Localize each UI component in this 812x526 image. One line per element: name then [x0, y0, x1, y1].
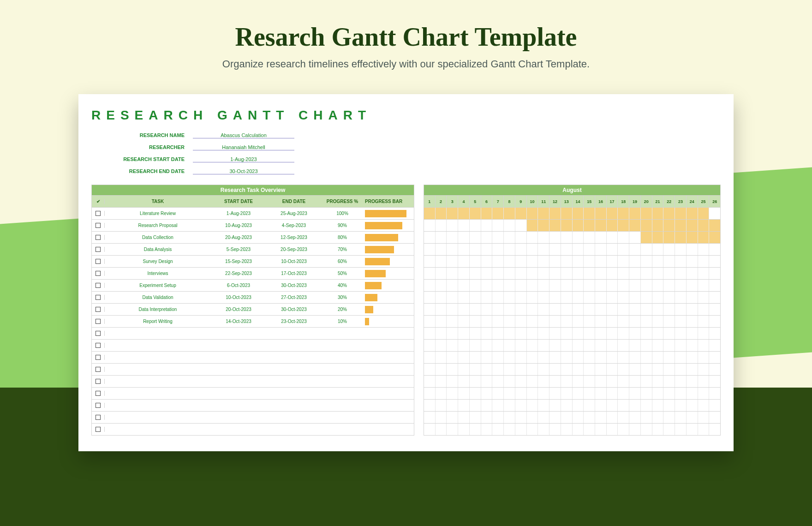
task-row[interactable]: Data Interpretation20-Oct-202330-Oct-202…: [92, 303, 414, 315]
task-checkbox[interactable]: [92, 415, 105, 420]
gantt-cell: [561, 316, 572, 327]
gantt-cell: [572, 304, 584, 315]
task-row[interactable]: [92, 387, 414, 399]
task-row[interactable]: Research Proposal10-Aug-20234-Sep-202390…: [92, 219, 414, 231]
gantt-cell: [469, 328, 481, 339]
gantt-cell: [606, 364, 618, 375]
gantt-cell: [469, 388, 481, 399]
task-row[interactable]: Data Collection20-Aug-202312-Sep-202380%: [92, 231, 414, 243]
gantt-cell: [458, 400, 469, 411]
task-checkbox[interactable]: [92, 259, 105, 264]
task-checkbox[interactable]: [92, 427, 105, 432]
task-row[interactable]: [92, 327, 414, 339]
gantt-cell: [686, 280, 698, 291]
task-row[interactable]: Data Analysis5-Sep-202320-Sep-202370%: [92, 243, 414, 255]
gantt-row: [424, 387, 720, 399]
task-checkbox[interactable]: [92, 235, 105, 240]
gantt-cell: [698, 412, 709, 423]
task-checkbox[interactable]: [92, 379, 105, 384]
gantt-cell: [572, 208, 584, 219]
task-row[interactable]: Experiment Setup6-Oct-202330-Oct-202340%: [92, 279, 414, 291]
task-row[interactable]: Report Writing14-Oct-202323-Oct-202310%: [92, 315, 414, 327]
task-row[interactable]: Survey Design15-Sep-202310-Oct-202360%: [92, 255, 414, 267]
meta-value-start[interactable]: 1-Aug-2023: [193, 156, 294, 162]
task-checkbox[interactable]: [92, 223, 105, 228]
gantt-cell: [526, 244, 538, 255]
task-start: 1-Aug-2023: [211, 211, 266, 216]
task-checkbox[interactable]: [92, 355, 105, 360]
task-row[interactable]: Literature Review1-Aug-202325-Aug-202310…: [92, 207, 414, 219]
gantt-cell: [537, 364, 549, 375]
task-start: 5-Sep-2023: [211, 247, 266, 252]
meta-value-researcher[interactable]: Hananaiah Mitchell: [193, 144, 294, 150]
gantt-cell: [526, 424, 538, 435]
gantt-cell: [698, 400, 709, 411]
gantt-cell: [481, 244, 492, 255]
gantt-cell: [652, 316, 663, 327]
gantt-cell: [640, 232, 652, 243]
meta-value-end[interactable]: 30-Oct-2023: [193, 168, 294, 174]
gantt-cell: [617, 328, 629, 339]
task-checkbox[interactable]: [92, 319, 105, 324]
gantt-cell: [435, 388, 447, 399]
task-checkbox[interactable]: [92, 331, 105, 336]
gantt-cell: [595, 280, 606, 291]
gantt-cell: [572, 352, 584, 363]
gantt-cell: [424, 232, 435, 243]
gantt-cell: [515, 388, 526, 399]
gantt-cell: [709, 268, 720, 279]
task-row[interactable]: [92, 375, 414, 387]
task-row[interactable]: [92, 423, 414, 435]
gantt-cell: [481, 424, 492, 435]
gantt-row: [424, 399, 720, 411]
task-checkbox[interactable]: [92, 247, 105, 252]
gantt-cell: [640, 292, 652, 303]
gantt-cell: [686, 400, 698, 411]
gantt-cell: [709, 340, 720, 351]
gantt-cell: [617, 376, 629, 387]
task-end: 25-Aug-2023: [266, 211, 322, 216]
gantt-cell: [503, 256, 515, 267]
gantt-cell: [663, 220, 675, 231]
task-checkbox[interactable]: [92, 343, 105, 348]
task-checkbox[interactable]: [92, 271, 105, 276]
gantt-cell: [606, 316, 618, 327]
task-row[interactable]: Interviews22-Sep-202317-Oct-202350%: [92, 267, 414, 279]
task-checkbox[interactable]: [92, 295, 105, 300]
gantt-cell: [698, 376, 709, 387]
gantt-cell: [686, 340, 698, 351]
gantt-cell: [526, 352, 538, 363]
task-row[interactable]: [92, 339, 414, 351]
gantt-cell: [446, 376, 458, 387]
task-row[interactable]: Data Validation10-Oct-202327-Oct-202330%: [92, 291, 414, 303]
gantt-cell: [686, 232, 698, 243]
gantt-cell: [652, 424, 663, 435]
gantt-cell: [572, 220, 584, 231]
task-row[interactable]: [92, 411, 414, 423]
gantt-cell: [617, 340, 629, 351]
task-row[interactable]: [92, 351, 414, 363]
task-row[interactable]: [92, 399, 414, 411]
task-checkbox[interactable]: [92, 307, 105, 312]
task-row[interactable]: [92, 363, 414, 375]
task-checkbox[interactable]: [92, 391, 105, 396]
task-checkbox[interactable]: [92, 367, 105, 372]
gantt-cell: [492, 352, 503, 363]
gantt-cell: [572, 388, 584, 399]
task-checkbox[interactable]: [92, 403, 105, 408]
gantt-cell: [583, 424, 595, 435]
gantt-cell: [686, 244, 698, 255]
gantt-cell: [595, 340, 606, 351]
gantt-cell: [709, 388, 720, 399]
gantt-cell: [424, 208, 435, 219]
task-checkbox[interactable]: [92, 283, 105, 288]
task-checkbox[interactable]: [92, 211, 105, 216]
gantt-cell: [503, 376, 515, 387]
meta-block: RESEARCH NAME Abascus Calculation RESEAR…: [91, 129, 721, 177]
gantt-cell: [526, 340, 538, 351]
day-header-cell: 22: [663, 196, 675, 207]
task-progress: 20%: [322, 307, 363, 312]
meta-value-name[interactable]: Abascus Calculation: [193, 132, 294, 138]
gantt-cell: [481, 268, 492, 279]
task-progress-bar-cell: [363, 318, 414, 325]
